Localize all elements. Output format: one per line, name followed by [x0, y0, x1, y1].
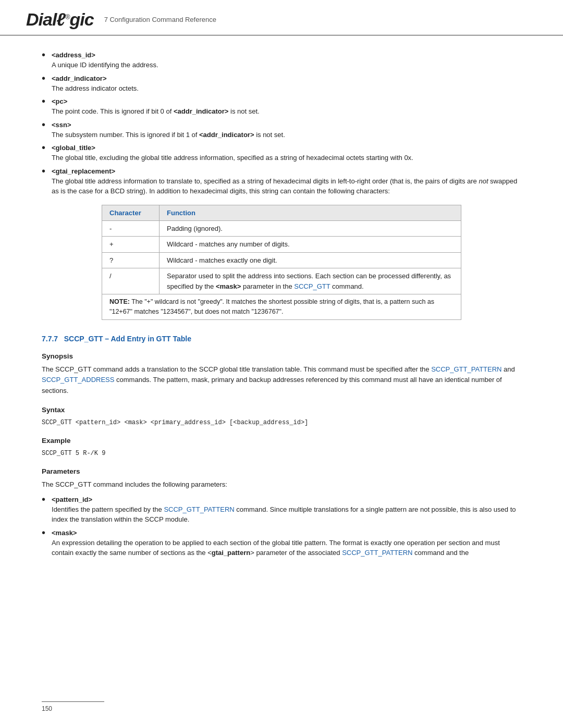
sccp-gtt-link[interactable]: SCCP_GTT	[294, 282, 330, 290]
example-heading: Example	[42, 437, 521, 445]
parameters-heading: Parameters	[42, 467, 521, 475]
table-cell-func: Wildcard - matches any number of digits.	[160, 237, 461, 253]
bullet-desc: An expression detailing the operation to…	[52, 538, 521, 558]
parameters-intro: The SCCP_GTT command includes the follow…	[42, 479, 521, 490]
table-cell-func: Wildcard - matches exactly one digit.	[160, 252, 461, 268]
bullet-content: <gtai_replacement> The global title addr…	[52, 167, 521, 196]
logo: Dialℓ®gic	[26, 9, 94, 30]
bullet-dot: •	[42, 142, 45, 154]
bullet-label: <address_id>	[52, 51, 521, 59]
footer: 150	[42, 701, 521, 712]
sccp-gtt-pattern-link-3[interactable]: SCCP_GTT_PATTERN	[342, 549, 412, 557]
page: Dialℓ®gic 7 Configuration Command Refere…	[0, 0, 563, 728]
sccp-gtt-pattern-link-2[interactable]: SCCP_GTT_PATTERN	[164, 505, 234, 513]
bullet-dot: •	[42, 119, 45, 131]
table-header-function: Function	[160, 205, 461, 220]
bullet-label: <addr_indicator>	[52, 75, 521, 82]
section-title: SCCP_GTT – Add Entry in GTT Table	[64, 335, 191, 343]
bullet-content: <ssn> The subsystem number. This is igno…	[52, 121, 521, 140]
synopsis-text: The SCCP_GTT command adds a translation …	[42, 364, 521, 397]
syntax-heading: Syntax	[42, 406, 521, 414]
table-cell-func: Padding (ignored).	[160, 220, 461, 237]
bullet-label: <ssn>	[52, 121, 521, 129]
table-cell-char: +	[102, 237, 160, 253]
synopsis-heading: Synopsis	[42, 352, 521, 360]
header: Dialℓ®gic 7 Configuration Command Refere…	[0, 0, 563, 35]
syntax-code: SCCP_GTT <pattern_id> <mask> <primary_ad…	[42, 418, 521, 427]
bullet-desc: The subsystem number. This is ignored if…	[52, 130, 521, 140]
bullet-desc: Identifies the pattern specified by the …	[52, 504, 521, 525]
bullet-label: <gtai_replacement>	[52, 167, 521, 175]
bullet-dot: •	[42, 95, 45, 107]
bullet-content: <global_title> The global title, excludi…	[52, 144, 521, 163]
table-row: - Padding (ignored).	[102, 220, 461, 237]
bullet-pattern-id: • <pattern_id> Identifies the pattern sp…	[42, 496, 521, 525]
bullet-desc: The global title, excluding the global t…	[52, 153, 521, 163]
content: • <address_id> A unique ID identifying t…	[0, 35, 563, 594]
table-cell-char: -	[102, 220, 160, 237]
table-cell-char: /	[102, 268, 160, 294]
character-function-table: Character Function - Padding (ignored). …	[102, 205, 461, 320]
table-cell-char: ?	[102, 252, 160, 268]
bullet-label: <pattern_id>	[52, 496, 521, 503]
sccp-gtt-pattern-link-1[interactable]: SCCP_GTT_PATTERN	[431, 365, 501, 373]
bullet-desc: The point code. This is ignored if bit 0…	[52, 106, 521, 117]
bullet-global-title: • <global_title> The global title, exclu…	[42, 144, 521, 163]
example-code: SCCP_GTT 5 R-/K 9	[42, 449, 521, 458]
bullet-dot: •	[42, 49, 45, 61]
section-heading: 7.7.7 SCCP_GTT – Add Entry in GTT Table	[42, 335, 521, 343]
bullet-content: <mask> An expression detailing the opera…	[52, 529, 521, 558]
table-note-row: NOTE: The "+" wildcard is not "greedy". …	[102, 294, 461, 320]
table-header-character: Character	[102, 205, 160, 220]
bullet-ssn: • <ssn> The subsystem number. This is ig…	[42, 121, 521, 140]
bullet-desc: The global title address information to …	[52, 176, 521, 196]
table-row: ? Wildcard - matches exactly one digit.	[102, 252, 461, 268]
bullet-dot: •	[42, 527, 45, 539]
footer-page-number: 150	[42, 705, 521, 712]
bullet-addr-indicator: • <addr_indicator> The address indicator…	[42, 75, 521, 94]
bullet-content: <address_id> A unique ID identifying the…	[52, 51, 521, 70]
bullet-label: <global_title>	[52, 144, 521, 152]
bullet-label: <pc>	[52, 97, 521, 105]
bullet-desc: A unique ID identifying the address.	[52, 60, 521, 70]
table-row: + Wildcard - matches any number of digit…	[102, 237, 461, 253]
bullet-dot: •	[42, 72, 45, 84]
bullet-content: <pattern_id> Identifies the pattern spec…	[52, 496, 521, 525]
sccp-gtt-address-link[interactable]: SCCP_GTT_ADDRESS	[42, 376, 114, 384]
logo-text: Dialℓ®gic	[26, 9, 94, 30]
bullet-mask: • <mask> An expression detailing the ope…	[42, 529, 521, 558]
bullet-label: <mask>	[52, 529, 521, 537]
bullet-content: <pc> The point code. This is ignored if …	[52, 97, 521, 117]
table-note: NOTE: The "+" wildcard is not "greedy". …	[102, 294, 461, 320]
table-row: / Separator used to split the address in…	[102, 268, 461, 294]
section-number: 7.7.7	[42, 335, 58, 343]
table-cell-func: Separator used to split the address into…	[160, 268, 461, 294]
bullet-address-id: • <address_id> A unique ID identifying t…	[42, 51, 521, 70]
bullet-content: <addr_indicator> The address indicator o…	[52, 75, 521, 94]
bullet-pc: • <pc> The point code. This is ignored i…	[42, 97, 521, 117]
bullet-desc: The address indicator octets.	[52, 83, 521, 94]
bullet-dot: •	[42, 165, 45, 177]
header-title: 7 Configuration Command Reference	[104, 16, 216, 23]
bullet-gtai-replacement: • <gtai_replacement> The global title ad…	[42, 167, 521, 196]
footer-divider	[42, 701, 104, 702]
bullet-dot: •	[42, 493, 45, 505]
